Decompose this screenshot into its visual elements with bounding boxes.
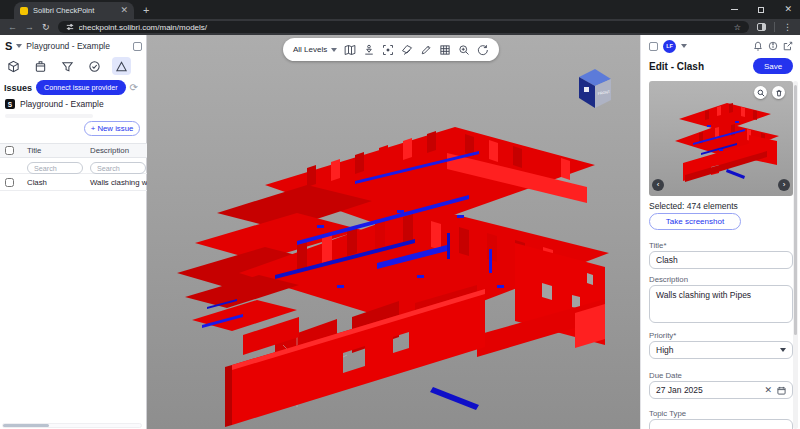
levels-dropdown[interactable]: All Levels bbox=[293, 45, 337, 54]
browser-tab[interactable]: Solibri CheckPoint ✕ bbox=[14, 2, 134, 19]
checking-icon[interactable] bbox=[85, 57, 104, 75]
priority-value: High bbox=[656, 345, 673, 355]
bell-icon[interactable] bbox=[753, 41, 763, 51]
snapshot-next-icon[interactable]: › bbox=[778, 179, 790, 191]
reset-view-icon[interactable] bbox=[477, 43, 489, 57]
vertical-scrollbar[interactable] bbox=[793, 81, 798, 429]
map-icon[interactable] bbox=[344, 43, 356, 57]
due-date-input[interactable]: 27 Jan 2025 ✕ bbox=[649, 381, 793, 399]
window-maximize-icon[interactable] bbox=[758, 7, 764, 13]
column-title[interactable]: Title bbox=[19, 146, 86, 155]
new-issue-button[interactable]: + New issue bbox=[84, 121, 140, 136]
description-search-input[interactable] bbox=[90, 162, 146, 174]
snapshot-delete-icon[interactable] bbox=[772, 86, 785, 99]
panel-heading: Edit - Clash bbox=[649, 61, 704, 72]
connect-issue-provider-button[interactable]: Connect issue provider bbox=[36, 80, 126, 95]
window-close-icon[interactable]: ✕ bbox=[784, 5, 792, 14]
row-title[interactable]: Clash bbox=[19, 178, 86, 187]
pencil-icon[interactable] bbox=[420, 43, 432, 57]
scrollbar-thumb[interactable] bbox=[794, 85, 797, 335]
issue-group-title: Playground - Example bbox=[20, 99, 104, 109]
selected-elements-text: Selected: 474 elements bbox=[649, 201, 738, 211]
solibri-logo[interactable]: S bbox=[5, 40, 12, 52]
navigation-cube[interactable]: FRONT bbox=[577, 67, 613, 109]
reload-icon[interactable]: ↻ bbox=[42, 22, 50, 32]
snapshot-model bbox=[649, 81, 793, 196]
components-icon[interactable] bbox=[31, 57, 50, 75]
url-text[interactable]: checkpoint.solibri.com/main/models/ bbox=[79, 23, 729, 32]
title-input[interactable] bbox=[649, 251, 793, 269]
sidebar-header: S Playground - Example bbox=[0, 38, 147, 54]
model-name: Playground - Example bbox=[26, 41, 129, 51]
issue-snapshot[interactable]: ‹ › bbox=[649, 81, 793, 196]
issues-table: Title Description Clash Walls clashing w… bbox=[0, 143, 147, 191]
column-description[interactable]: Description bbox=[86, 146, 147, 155]
issues-row: Issues Connect issue provider ⟳ bbox=[0, 80, 147, 95]
forward-icon[interactable]: → bbox=[25, 22, 34, 32]
browser-tab-strip: Solibri CheckPoint ✕ + ✕ bbox=[0, 0, 800, 19]
title-label: Title* bbox=[649, 241, 666, 250]
topic-type-select[interactable] bbox=[649, 419, 793, 429]
panel-toggle-icon[interactable] bbox=[649, 42, 658, 51]
chevron-down-icon[interactable] bbox=[16, 44, 22, 48]
model-tree-icon[interactable] bbox=[4, 57, 23, 75]
site-settings-icon[interactable] bbox=[66, 23, 74, 31]
model-viewer[interactable]: All Levels FRONT bbox=[147, 35, 640, 429]
sidebar-toolbar bbox=[4, 57, 131, 75]
filter-icon[interactable] bbox=[58, 57, 77, 75]
tab-title: Solibri CheckPoint bbox=[33, 6, 115, 15]
bim-model[interactable] bbox=[147, 35, 640, 429]
left-sidebar: S Playground - Example Issues Connect is… bbox=[0, 35, 147, 429]
select-all-checkbox[interactable] bbox=[5, 146, 14, 155]
section-plane-icon[interactable] bbox=[401, 43, 413, 57]
issues-icon[interactable] bbox=[112, 57, 131, 75]
toolbar-divider bbox=[774, 22, 775, 32]
save-button[interactable]: Save bbox=[753, 58, 793, 74]
markup-tool-icon[interactable] bbox=[363, 43, 375, 57]
issues-label: Issues bbox=[4, 83, 32, 93]
browser-menu-icon[interactable]: ⋮ bbox=[783, 22, 792, 32]
row-checkbox[interactable] bbox=[5, 178, 14, 187]
table-search-row bbox=[0, 158, 147, 174]
snapshot-zoom-icon[interactable] bbox=[754, 86, 767, 99]
zoom-in-icon[interactable] bbox=[458, 43, 470, 57]
open-external-icon[interactable] bbox=[783, 41, 793, 51]
grid-icon[interactable] bbox=[439, 43, 451, 57]
app-window: Solibri CheckPoint ✕ + ✕ ← → ↻ checkpoin… bbox=[0, 0, 800, 429]
new-tab-button[interactable]: + bbox=[143, 4, 149, 16]
side-panel-icon[interactable] bbox=[757, 23, 766, 31]
description-label: Description bbox=[649, 275, 688, 284]
row-description[interactable]: Walls clashing with Pipes bbox=[86, 178, 147, 187]
window-controls: ✕ bbox=[731, 0, 792, 19]
panel-header: LF bbox=[641, 38, 800, 54]
horizontal-scrollbar[interactable] bbox=[2, 423, 142, 428]
due-date-value: 27 Jan 2025 bbox=[656, 385, 703, 395]
back-icon[interactable]: ← bbox=[8, 22, 17, 32]
clear-date-icon[interactable]: ✕ bbox=[764, 386, 772, 395]
chevron-down-icon bbox=[780, 348, 786, 352]
table-row[interactable]: Clash Walls clashing with Pipes bbox=[0, 174, 147, 191]
levels-label: All Levels bbox=[293, 45, 327, 54]
title-search-input[interactable] bbox=[27, 162, 83, 174]
calendar-icon[interactable] bbox=[777, 386, 786, 395]
snapshot-prev-icon[interactable]: ‹ bbox=[652, 179, 664, 191]
scrollbar-thumb[interactable] bbox=[3, 424, 49, 427]
take-screenshot-button[interactable]: Take screenshot bbox=[649, 213, 741, 230]
refresh-icon[interactable]: ⟳ bbox=[130, 83, 138, 93]
group-subtitle-faint bbox=[5, 114, 93, 118]
bookmark-star-icon[interactable]: ☆ bbox=[734, 23, 741, 32]
viewer-toolbar: All Levels bbox=[283, 38, 499, 61]
tab-close-icon[interactable]: ✕ bbox=[120, 6, 128, 15]
window-minimize-icon[interactable] bbox=[731, 9, 738, 10]
issue-group[interactable]: S Playground - Example bbox=[5, 99, 104, 109]
chevron-down-icon[interactable] bbox=[681, 44, 687, 48]
panel-toggle-icon[interactable] bbox=[133, 42, 142, 51]
omnibox[interactable]: checkpoint.solibri.com/main/models/ ☆ bbox=[58, 21, 749, 33]
focus-icon[interactable] bbox=[382, 43, 394, 57]
browser-address-bar: ← → ↻ checkpoint.solibri.com/main/models… bbox=[0, 19, 800, 35]
avatar[interactable]: LF bbox=[663, 40, 676, 53]
description-input[interactable]: Walls clashing with Pipes bbox=[649, 285, 793, 323]
priority-select[interactable]: High bbox=[649, 341, 793, 359]
info-icon[interactable] bbox=[768, 41, 778, 51]
priority-label: Priority* bbox=[649, 331, 676, 340]
